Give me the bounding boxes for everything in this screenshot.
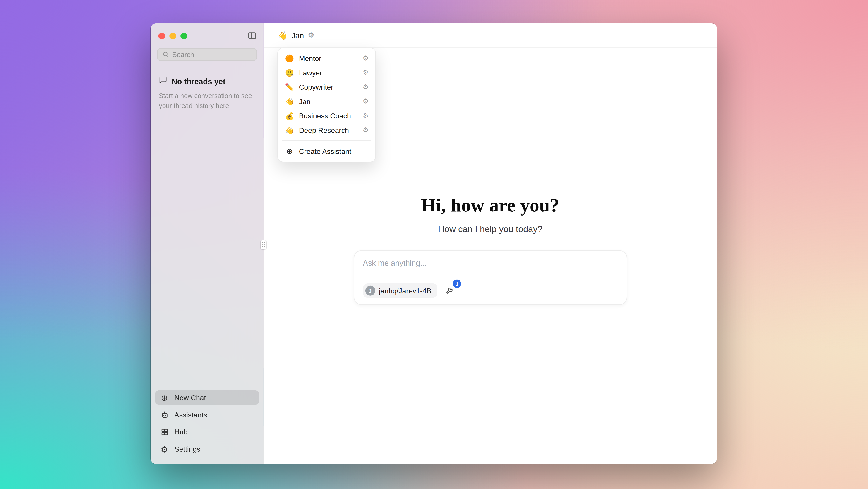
assistants-robot-icon <box>160 410 169 419</box>
greeting-subtitle: How can I help you today? <box>438 224 542 234</box>
sidebar: Search No threads yet Start a new conver… <box>151 23 264 464</box>
gear-icon[interactable]: ⚙ <box>363 54 369 62</box>
settings-gear-icon: ⚙ <box>160 445 169 453</box>
sidebar-item-settings[interactable]: ⚙ Settings <box>155 442 259 456</box>
tools-count-badge: 1 <box>453 280 461 288</box>
menu-item-label: Lawyer <box>299 68 322 77</box>
empty-state-description: Start a new conversation to see your thr… <box>159 91 256 111</box>
desktop-wallpaper: Search No threads yet Start a new conver… <box>0 0 868 489</box>
gear-icon[interactable]: ⚙ <box>363 83 369 91</box>
plus-circle-icon: ⊕ <box>160 393 169 402</box>
sidebar-item-assistants[interactable]: Assistants <box>155 407 259 422</box>
assistant-menu-item-deep-research[interactable]: 👋 Deep Research ⚙ <box>281 123 372 137</box>
create-assistant-button[interactable]: ⊕ Create Assistant <box>281 143 372 159</box>
chat-bubble-icon <box>159 76 167 86</box>
composer-toolbar: J janhq/Jan-v1-4B 1 <box>363 283 618 298</box>
assistant-menu-item-copywriter[interactable]: ✏️ Copywriter ⚙ <box>281 80 372 94</box>
money-bag-emoji-icon: 💰 <box>285 112 294 120</box>
create-assistant-label: Create Assistant <box>299 147 351 155</box>
assistant-name: Jan <box>291 31 304 40</box>
threads-empty-state: No threads yet Start a new conversation … <box>151 61 264 111</box>
search-placeholder: Search <box>172 51 194 58</box>
assistant-menu-item-jan[interactable]: 👋 Jan ⚙ <box>281 94 372 109</box>
nav-label: New Chat <box>174 393 206 402</box>
assistant-menu-item-lawyer[interactable]: 🤐 Lawyer ⚙ <box>281 65 372 80</box>
minimize-button[interactable] <box>169 33 176 39</box>
menu-item-label: Business Coach <box>299 112 351 120</box>
chat-input[interactable]: Ask me anything... <box>363 258 618 267</box>
sidebar-item-hub[interactable]: Hub <box>155 425 259 439</box>
chat-main-area: 👋 Jan ⚙ 🟠 Mentor ⚙ 🤐 Lawyer ⚙ ✏️ <box>264 23 717 464</box>
greeting-title: Hi, how are you? <box>421 195 559 216</box>
wave-emoji-icon: 👋 <box>285 126 294 134</box>
orange-circle-emoji-icon: 🟠 <box>285 54 294 62</box>
gear-icon[interactable]: ⚙ <box>363 69 369 76</box>
gear-icon[interactable]: ⚙ <box>363 112 369 120</box>
gear-icon[interactable]: ⚙ <box>363 126 369 134</box>
wave-emoji-icon: 👋 <box>278 31 287 40</box>
assistant-dropdown-menu: 🟠 Mentor ⚙ 🤐 Lawyer ⚙ ✏️ Copywriter ⚙ 👋 … <box>277 48 376 162</box>
sidebar-nav: ⊕ New Chat Assistants <box>151 386 264 464</box>
nav-label: Hub <box>174 428 187 436</box>
hub-grid-icon <box>160 428 169 436</box>
app-window: Search No threads yet Start a new conver… <box>151 23 717 464</box>
nav-label: Settings <box>174 445 200 453</box>
menu-divider <box>282 140 371 141</box>
search-icon <box>162 50 169 60</box>
pencil-emoji-icon: ✏️ <box>285 83 294 91</box>
wave-emoji-icon: 👋 <box>285 97 294 105</box>
assistant-menu-item-mentor[interactable]: 🟠 Mentor ⚙ <box>281 51 372 65</box>
menu-item-label: Mentor <box>299 54 321 62</box>
nav-label: Assistants <box>174 410 207 419</box>
sidebar-resize-handle[interactable] <box>261 240 266 249</box>
zoom-button[interactable] <box>180 33 187 39</box>
chat-header: 👋 Jan ⚙ <box>264 23 717 48</box>
plus-circle-icon: ⊕ <box>285 147 294 155</box>
model-selector[interactable]: J janhq/Jan-v1-4B <box>363 283 437 298</box>
menu-item-label: Deep Research <box>299 126 349 134</box>
assistant-menu-item-business-coach[interactable]: 💰 Business Coach ⚙ <box>281 109 372 123</box>
menu-item-label: Jan <box>299 97 310 105</box>
empty-state-title: No threads yet <box>172 77 225 86</box>
assistant-selector[interactable]: 👋 Jan ⚙ <box>278 31 314 40</box>
zipper-face-emoji-icon: 🤐 <box>285 68 294 77</box>
tools-wrench-icon[interactable]: 1 <box>445 286 455 296</box>
gear-icon[interactable]: ⚙ <box>363 97 369 105</box>
model-avatar: J <box>365 286 375 296</box>
menu-item-label: Copywriter <box>299 83 333 91</box>
sidebar-item-new-chat[interactable]: ⊕ New Chat <box>155 390 259 405</box>
sidebar-toggle-icon[interactable] <box>247 31 257 41</box>
composer-card: Ask me anything... J janhq/Jan-v1-4B 1 <box>353 250 627 305</box>
close-button[interactable] <box>158 33 165 39</box>
sidebar-top-bar <box>151 23 264 47</box>
model-name: janhq/Jan-v1-4B <box>379 286 431 295</box>
search-input[interactable]: Search <box>157 48 257 61</box>
assistant-settings-gear-icon[interactable]: ⚙ <box>308 31 314 39</box>
window-controls <box>158 33 187 39</box>
